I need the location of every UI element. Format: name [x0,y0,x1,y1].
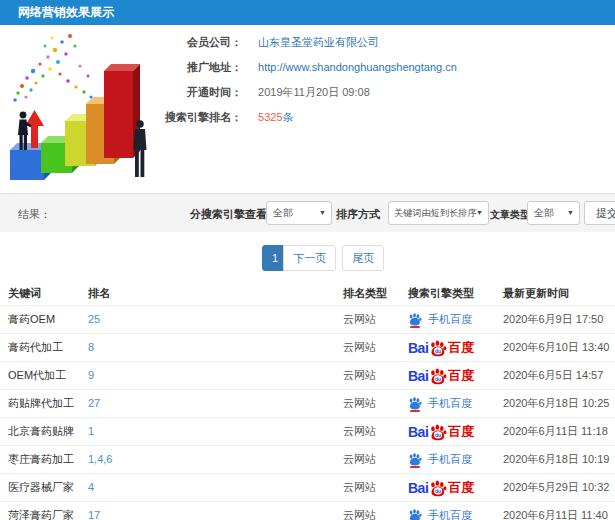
article-type-select[interactable]: 全部 ▼ [527,201,580,225]
keyword-cell: 北京膏药贴牌 [8,418,74,445]
col-rank: 排名 [88,281,110,305]
open-time-value: 2019年11月20日 09:08 [258,86,370,98]
info-row-url: 推广地址： http://www.shandonghuangshengtang.… [147,60,457,74]
updated-cell: 2020年6月5日 14:57 [503,362,603,389]
bar-chart-illustration [0,26,175,188]
engine-view-select[interactable]: 全部 ▼ [266,201,332,225]
baidu-logo-cn: 百度 [448,479,474,497]
info-row-rank-count: 搜索引擎排名： 5325条 [147,110,294,124]
engine-label: 手机百度 [428,508,472,520]
rank-type-cell: 云网站 [343,306,376,333]
rank-type-cell: 云网站 [343,474,376,501]
keyword-cell: 菏泽膏药厂家 [8,502,74,520]
engine-cell: 手机百度 [408,502,472,520]
info-row-open-time: 开通时间： 2019年11月20日 09:08 [147,85,370,99]
page-title: 网络营销效果展示 [0,0,615,25]
submit-button[interactable]: 提交 [584,201,615,225]
keyword-cell: 膏药代加工 [8,334,63,361]
table-row: 菏泽膏药厂家17云网站手机百度2020年6月11日 11:40 [0,501,615,520]
page-button[interactable]: 下一页 [283,245,336,271]
baidu-logo-cn: 百度 [448,339,474,357]
updated-cell: 2020年6月9日 17:50 [503,306,603,333]
title-bar: 网络营销效果展示 [0,0,615,25]
table-row: 膏药OEM25云网站手机百度2020年6月9日 17:50 [0,305,615,333]
engine-cell: Baidu百度 [408,474,474,501]
filter-bar: 结果： 分搜索引擎查看 全部 ▼ 排序方式 关键词由短到长排序 ▼ 文章类型 全… [0,193,615,232]
updated-cell: 2020年6月11日 11:40 [503,502,608,520]
keyword-cell: 枣庄膏药加工 [8,446,74,473]
engine-cell: Baidu百度 [408,418,474,445]
rank-cell[interactable]: 8 [88,334,94,361]
rank-count-value: 5325条 [258,111,293,123]
marketing-report-page: 网络营销效果展示 [0,0,615,520]
engine-cell: 手机百度 [408,306,472,333]
table-row: 膏药代加工8云网站Baidu百度2020年6月10日 13:40 [0,333,615,361]
engine-cell: Baidu百度 [408,362,474,389]
rank-cell[interactable]: 1,4,6 [88,446,112,473]
table-row: OEM代加工9云网站Baidu百度2020年6月5日 14:57 [0,361,615,389]
page-button[interactable]: 尾页 [342,245,384,271]
chevron-down-icon: ▼ [319,202,326,224]
engine-cell: Baidu百度 [408,334,474,361]
rank-type-cell: 云网站 [343,418,376,445]
updated-cell: 2020年6月18日 10:19 [503,446,609,473]
rank-cell[interactable]: 27 [88,390,100,417]
baidu-logo-bai: Bai [408,424,428,440]
chevron-down-icon: ▼ [567,202,574,224]
result-label: 结果： [18,207,51,222]
baidu-paw-icon: du [429,367,447,385]
company-label: 会员公司： [147,35,242,49]
rank-cell[interactable]: 25 [88,306,100,333]
baidu-logo-bai: Bai [408,480,428,496]
company-link[interactable]: 山东皇圣堂药业有限公司 [258,36,379,48]
col-updated: 最新更新时间 [503,281,569,305]
keyword-cell: OEM代加工 [8,362,66,389]
svg-text:du: du [435,432,441,437]
rank-type-cell: 云网站 [343,390,376,417]
col-rank-type: 排名类型 [343,281,387,305]
svg-text:du: du [435,488,441,493]
baidu-logo-bai: Bai [408,340,428,356]
pagination: 1下一页尾页 [262,245,384,271]
baidu-paw-icon: du [429,479,447,497]
keyword-cell: 医疗器械厂家 [8,474,74,501]
baidu-logo-bai: Bai [408,368,428,384]
table-row: 北京膏药贴牌1云网站Baidu百度2020年6月11日 11:18 [0,417,615,445]
engine-cell: 手机百度 [408,390,472,417]
baidu-logo-cn: 百度 [448,423,474,441]
updated-cell: 2020年6月11日 11:18 [503,418,608,445]
rank-cell[interactable]: 17 [88,502,100,520]
rank-type-cell: 云网站 [343,446,376,473]
open-time-label: 开通时间： [147,85,242,99]
svg-text:du: du [435,376,441,381]
svg-text:du: du [435,348,441,353]
rank-count-label: 搜索引擎排名： [147,110,242,124]
confetti-dots [13,34,98,103]
promo-url-label: 推广地址： [147,60,242,74]
table-row: 枣庄膏药加工1,4,6云网站手机百度2020年6月18日 10:19 [0,445,615,473]
article-type-label: 文章类型 [490,208,530,222]
mobile-baidu-icon [408,312,422,328]
baidu-paw-icon: du [429,339,447,357]
chevron-down-icon: ▼ [476,202,483,224]
engine-label: 手机百度 [428,396,472,411]
baidu-paw-icon: du [429,423,447,441]
mobile-baidu-icon [408,508,422,520]
sort-select[interactable]: 关键词由短到长排序 ▼ [388,201,489,225]
rank-type-cell: 云网站 [343,334,376,361]
sort-label: 排序方式 [336,207,380,222]
rank-type-cell: 云网站 [343,362,376,389]
mobile-baidu-icon [408,396,422,412]
promo-url-link[interactable]: http://www.shandonghuangshengtang.cn [258,61,457,73]
rank-cell[interactable]: 9 [88,362,94,389]
info-row-company: 会员公司： 山东皇圣堂药业有限公司 [147,35,379,49]
growth-arrow [25,110,44,148]
engine-view-label: 分搜索引擎查看 [190,207,267,222]
rank-cell[interactable]: 1 [88,418,94,445]
table-row: 医疗器械厂家4云网站Baidu百度2020年5月29日 10:32 [0,473,615,501]
updated-cell: 2020年5月29日 10:32 [503,474,609,501]
engine-cell: 手机百度 [408,446,472,473]
rank-cell[interactable]: 4 [88,474,94,501]
baidu-logo-cn: 百度 [448,367,474,385]
keyword-cell: 膏药OEM [8,306,55,333]
